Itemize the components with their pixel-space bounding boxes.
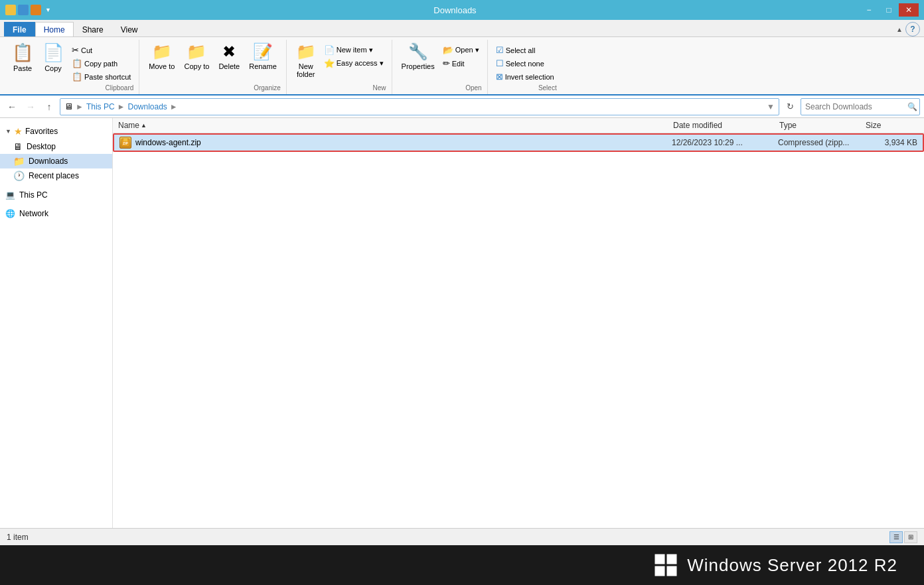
select-content: ☑ Select all ☐ Select none ⊠ Invert sele… — [493, 40, 557, 83]
large-icons-view-button[interactable]: ⊞ — [904, 531, 917, 543]
header-type[interactable]: Type — [779, 121, 866, 130]
file-row-0[interactable]: ZIP windows-agent.zip 12/26/2023 10:29 .… — [113, 133, 924, 152]
title-bar-left: ▼ — [5, 5, 51, 15]
properties-button[interactable]: 🔧 Properties — [398, 40, 439, 73]
copy-path-button[interactable]: 📋 Copy path — [69, 57, 133, 70]
cut-button[interactable]: ✂ Cut — [69, 44, 133, 56]
forward-button[interactable]: → — [23, 99, 38, 115]
easy-access-icon: ⭐ — [324, 58, 335, 68]
network-label: Network — [19, 209, 48, 218]
file-name: windows-agent.zip — [135, 138, 201, 147]
cut-label: Cut — [81, 46, 92, 54]
header-date[interactable]: Date modified — [673, 121, 779, 130]
desktop-label: Desktop — [27, 142, 56, 151]
network-icon: 🌐 — [5, 209, 15, 218]
search-box: 🔍 — [801, 98, 920, 115]
select-none-label: Select none — [506, 60, 544, 68]
tab-share[interactable]: Share — [74, 22, 112, 36]
sidebar-item-recent[interactable]: 🕐 Recent places — [0, 168, 112, 183]
open-label: Open ▾ — [455, 46, 479, 54]
clipboard-label: Clipboard — [106, 83, 134, 93]
select-label: Select — [538, 83, 557, 93]
select-all-button[interactable]: ☑ Select all — [493, 44, 557, 56]
open-icon: 📂 — [443, 45, 453, 55]
select-none-button[interactable]: ☐ Select none — [493, 57, 557, 70]
move-to-button[interactable]: 📁 Move to — [145, 40, 179, 73]
ribbon-body: 📋 Paste 📄 Copy ✂ Cut 📋 Copy path — [0, 37, 924, 96]
file-name-col: ZIP windows-agent.zip — [119, 137, 672, 149]
address-bar[interactable]: 🖥 ► This PC ► Downloads ► ▼ — [60, 98, 779, 115]
rename-button[interactable]: 📝 Rename — [245, 40, 281, 73]
search-input[interactable] — [805, 102, 905, 111]
minimize-button[interactable]: − — [859, 3, 879, 17]
paste-button[interactable]: 📋 Paste — [8, 40, 37, 75]
svg-rect-4 — [667, 554, 677, 564]
new-label: New — [373, 83, 386, 93]
sidebar-item-thispc[interactable]: 💻 This PC — [0, 188, 112, 202]
invert-selection-button[interactable]: ⊠ Invert selection — [493, 70, 557, 83]
properties-icon: 🔧 — [408, 42, 428, 61]
invert-selection-label: Invert selection — [505, 73, 554, 81]
tab-file[interactable]: File — [4, 22, 35, 36]
back-button[interactable]: ← — [4, 99, 20, 115]
up-button[interactable]: ↑ — [41, 99, 57, 115]
new-item-button[interactable]: 📄 New item ▾ — [321, 44, 386, 56]
paste-shortcut-button[interactable]: 📋 Paste shortcut — [69, 70, 133, 83]
favorites-arrow: ▼ — [5, 128, 11, 135]
copy-to-button[interactable]: 📁 Copy to — [180, 40, 213, 73]
quick-access-arrow[interactable]: ▼ — [45, 7, 51, 13]
copy-path-label: Copy path — [84, 60, 117, 68]
delete-button[interactable]: ✖ Delete — [214, 40, 244, 73]
copy-icon: 📄 — [42, 42, 64, 63]
header-name[interactable]: Name ▲ — [118, 121, 673, 130]
tab-home[interactable]: Home — [35, 22, 74, 36]
paste-icon: 📋 — [12, 42, 33, 63]
new-content: 📁 Newfolder 📄 New item ▾ ⭐ Easy access ▾ — [292, 40, 386, 83]
copy-button[interactable]: 📄 Copy — [38, 40, 68, 75]
easy-access-button[interactable]: ⭐ Easy access ▾ — [321, 57, 386, 70]
details-view-button[interactable]: ☰ — [889, 531, 903, 543]
sidebar-item-downloads[interactable]: 📁 Downloads — [0, 154, 112, 168]
address-dropdown-arrow[interactable]: ▼ — [767, 102, 775, 111]
new-folder-button[interactable]: 📁 Newfolder — [292, 40, 320, 81]
open-content: 🔧 Properties 📂 Open ▾ ✏ Edit — [398, 40, 482, 83]
header-size[interactable]: Size — [866, 121, 919, 130]
nav-bar: ← → ↑ 🖥 ► This PC ► Downloads ► ▼ ↻ 🔍 — [0, 96, 924, 118]
help-button[interactable]: ? — [905, 22, 920, 36]
new-item-icon: 📄 — [324, 45, 335, 55]
open-button[interactable]: 📂 Open ▾ — [440, 44, 482, 56]
windows-server-text: Windows Server 2012 R2 — [687, 555, 897, 576]
breadcrumb-home-icon: 🖥 — [64, 101, 73, 111]
copy-to-label: Copy to — [184, 62, 209, 70]
windows-logo-icon — [654, 553, 678, 577]
select-all-label: Select all — [506, 46, 536, 54]
paste-shortcut-icon: 📋 — [72, 72, 82, 82]
refresh-button[interactable]: ↻ — [782, 99, 798, 115]
properties-label: Properties — [402, 62, 435, 70]
maximize-button[interactable]: □ — [879, 3, 899, 17]
edit-label: Edit — [452, 60, 465, 68]
breadcrumb-downloads[interactable]: Downloads — [127, 102, 167, 111]
downloads-label: Downloads — [29, 157, 68, 166]
new-folder-icon: 📁 — [296, 42, 316, 61]
zip-file-icon: ZIP — [119, 137, 131, 149]
breadcrumb-thispc[interactable]: This PC — [86, 102, 115, 111]
favorites-section[interactable]: ▼ ★ Favorites — [0, 123, 112, 139]
explorer-window: ▼ Downloads − □ ✕ File Home Share View ▲… — [0, 0, 924, 545]
downloads-folder-icon: 📁 — [13, 156, 25, 166]
thispc-label: This PC — [19, 190, 48, 200]
open-label: Open — [465, 83, 481, 93]
search-icon: 🔍 — [907, 102, 917, 111]
close-button[interactable]: ✕ — [899, 3, 919, 17]
favorites-label: Favorites — [25, 127, 58, 136]
edit-button[interactable]: ✏ Edit — [440, 57, 482, 70]
new-item-label: New item ▾ — [337, 46, 373, 54]
move-to-label: Move to — [149, 62, 175, 70]
sidebar-item-network[interactable]: 🌐 Network — [0, 207, 112, 220]
tab-view[interactable]: View — [112, 22, 147, 36]
copy-path-icon: 📋 — [72, 58, 82, 68]
delete-label: Delete — [218, 62, 240, 70]
ribbon-group-organize: 📁 Move to 📁 Copy to ✖ Delete 📝 Rename Or… — [139, 40, 286, 94]
sidebar-item-desktop[interactable]: 🖥 Desktop — [0, 139, 112, 154]
rename-label: Rename — [249, 62, 277, 70]
